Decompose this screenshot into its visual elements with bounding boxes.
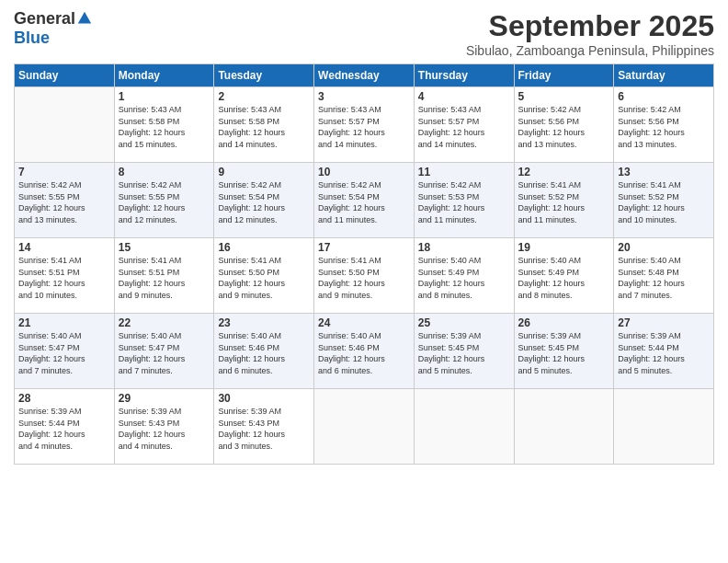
day-info: Sunrise: 5:39 AM Sunset: 5:45 PM Dayligh… — [418, 330, 510, 376]
day-info: Sunrise: 5:39 AM Sunset: 5:44 PM Dayligh… — [18, 406, 110, 452]
day-number: 17 — [318, 241, 410, 254]
table-row: 2Sunrise: 5:43 AM Sunset: 5:58 PM Daylig… — [214, 87, 314, 163]
day-number: 19 — [518, 241, 610, 254]
day-number: 20 — [618, 241, 710, 254]
day-info: Sunrise: 5:42 AM Sunset: 5:55 PM Dayligh… — [18, 179, 110, 225]
day-info: Sunrise: 5:40 AM Sunset: 5:47 PM Dayligh… — [119, 330, 210, 376]
table-row: 20Sunrise: 5:40 AM Sunset: 5:48 PM Dayli… — [614, 238, 714, 314]
day-info: Sunrise: 5:41 AM Sunset: 5:50 PM Dayligh… — [218, 255, 310, 301]
table-row: 7Sunrise: 5:42 AM Sunset: 5:55 PM Daylig… — [15, 163, 115, 238]
day-number: 1 — [119, 90, 210, 103]
day-info: Sunrise: 5:42 AM Sunset: 5:56 PM Dayligh… — [618, 104, 710, 150]
day-number: 16 — [218, 241, 310, 254]
day-number: 25 — [418, 316, 510, 329]
day-info: Sunrise: 5:41 AM Sunset: 5:50 PM Dayligh… — [318, 255, 410, 301]
day-info: Sunrise: 5:40 AM Sunset: 5:49 PM Dayligh… — [418, 255, 510, 301]
day-number: 7 — [18, 166, 110, 178]
day-info: Sunrise: 5:43 AM Sunset: 5:58 PM Dayligh… — [218, 104, 310, 150]
table-row: 16Sunrise: 5:41 AM Sunset: 5:50 PM Dayli… — [214, 238, 314, 314]
day-number: 13 — [618, 166, 710, 178]
table-row — [414, 389, 514, 465]
table-row: 30Sunrise: 5:39 AM Sunset: 5:43 PM Dayli… — [214, 389, 314, 465]
day-number: 27 — [618, 316, 710, 329]
table-row: 10Sunrise: 5:42 AM Sunset: 5:54 PM Dayli… — [314, 163, 415, 238]
table-row: 17Sunrise: 5:41 AM Sunset: 5:50 PM Dayli… — [314, 238, 415, 314]
subtitle: Sibulao, Zamboanga Peninsula, Philippine… — [466, 43, 714, 58]
table-row: 14Sunrise: 5:41 AM Sunset: 5:51 PM Dayli… — [15, 238, 115, 314]
table-row: 29Sunrise: 5:39 AM Sunset: 5:43 PM Dayli… — [114, 389, 214, 465]
day-number: 8 — [119, 166, 210, 178]
header-sunday: Sunday — [15, 64, 115, 87]
day-number: 10 — [318, 166, 410, 178]
table-row — [514, 389, 614, 465]
table-row: 8Sunrise: 5:42 AM Sunset: 5:55 PM Daylig… — [114, 163, 214, 238]
day-number: 5 — [518, 90, 610, 103]
table-row: 5Sunrise: 5:42 AM Sunset: 5:56 PM Daylig… — [514, 87, 614, 163]
calendar-header-row: Sunday Monday Tuesday Wednesday Thursday… — [15, 64, 714, 87]
day-info: Sunrise: 5:43 AM Sunset: 5:57 PM Dayligh… — [418, 104, 510, 150]
day-number: 15 — [119, 241, 210, 254]
day-number: 23 — [218, 316, 310, 329]
table-row: 12Sunrise: 5:41 AM Sunset: 5:52 PM Dayli… — [514, 163, 614, 238]
day-info: Sunrise: 5:40 AM Sunset: 5:49 PM Dayligh… — [518, 255, 610, 301]
day-number: 3 — [318, 90, 410, 103]
header-thursday: Thursday — [414, 64, 514, 87]
header-friday: Friday — [514, 64, 614, 87]
day-info: Sunrise: 5:41 AM Sunset: 5:51 PM Dayligh… — [18, 255, 110, 301]
day-number: 21 — [18, 316, 110, 329]
day-number: 24 — [318, 316, 410, 329]
table-row: 22Sunrise: 5:40 AM Sunset: 5:47 PM Dayli… — [114, 314, 214, 389]
day-number: 18 — [418, 241, 510, 254]
month-title: September 2025 — [466, 9, 714, 43]
table-row: 3Sunrise: 5:43 AM Sunset: 5:57 PM Daylig… — [314, 87, 415, 163]
day-info: Sunrise: 5:40 AM Sunset: 5:48 PM Dayligh… — [618, 255, 710, 301]
table-row: 28Sunrise: 5:39 AM Sunset: 5:44 PM Dayli… — [15, 389, 115, 465]
day-number: 11 — [418, 166, 510, 178]
table-row: 13Sunrise: 5:41 AM Sunset: 5:52 PM Dayli… — [614, 163, 714, 238]
day-number: 9 — [218, 166, 310, 178]
table-row — [614, 389, 714, 465]
day-info: Sunrise: 5:40 AM Sunset: 5:47 PM Dayligh… — [18, 330, 110, 376]
logo-blue-text: Blue — [14, 29, 50, 48]
logo-general-text: General — [14, 9, 75, 29]
day-info: Sunrise: 5:39 AM Sunset: 5:45 PM Dayligh… — [518, 330, 610, 376]
day-info: Sunrise: 5:39 AM Sunset: 5:44 PM Dayligh… — [618, 330, 710, 376]
title-section: September 2025 Sibulao, Zamboanga Penins… — [466, 9, 714, 58]
day-info: Sunrise: 5:41 AM Sunset: 5:52 PM Dayligh… — [518, 179, 610, 225]
table-row: 23Sunrise: 5:40 AM Sunset: 5:46 PM Dayli… — [214, 314, 314, 389]
logo-icon — [76, 10, 93, 27]
table-row: 6Sunrise: 5:42 AM Sunset: 5:56 PM Daylig… — [614, 87, 714, 163]
day-info: Sunrise: 5:42 AM Sunset: 5:54 PM Dayligh… — [218, 179, 310, 225]
day-number: 29 — [119, 392, 210, 405]
table-row — [314, 389, 415, 465]
day-info: Sunrise: 5:40 AM Sunset: 5:46 PM Dayligh… — [218, 330, 310, 376]
table-row: 25Sunrise: 5:39 AM Sunset: 5:45 PM Dayli… — [414, 314, 514, 389]
day-info: Sunrise: 5:39 AM Sunset: 5:43 PM Dayligh… — [218, 406, 310, 452]
day-info: Sunrise: 5:43 AM Sunset: 5:57 PM Dayligh… — [318, 104, 410, 150]
day-number: 26 — [518, 316, 610, 329]
day-info: Sunrise: 5:42 AM Sunset: 5:56 PM Dayligh… — [518, 104, 610, 150]
day-info: Sunrise: 5:42 AM Sunset: 5:54 PM Dayligh… — [318, 179, 410, 225]
table-row: 15Sunrise: 5:41 AM Sunset: 5:51 PM Dayli… — [114, 238, 214, 314]
day-number: 30 — [218, 392, 310, 405]
calendar-table: Sunday Monday Tuesday Wednesday Thursday… — [14, 63, 714, 465]
table-row: 27Sunrise: 5:39 AM Sunset: 5:44 PM Dayli… — [614, 314, 714, 389]
day-number: 28 — [18, 392, 110, 405]
day-number: 4 — [418, 90, 510, 103]
table-row: 1Sunrise: 5:43 AM Sunset: 5:58 PM Daylig… — [114, 87, 214, 163]
header-monday: Monday — [114, 64, 214, 87]
day-number: 6 — [618, 90, 710, 103]
table-row: 4Sunrise: 5:43 AM Sunset: 5:57 PM Daylig… — [414, 87, 514, 163]
table-row: 21Sunrise: 5:40 AM Sunset: 5:47 PM Dayli… — [15, 314, 115, 389]
header-wednesday: Wednesday — [314, 64, 415, 87]
table-row: 11Sunrise: 5:42 AM Sunset: 5:53 PM Dayli… — [414, 163, 514, 238]
day-number: 2 — [218, 90, 310, 103]
day-number: 12 — [518, 166, 610, 178]
day-info: Sunrise: 5:39 AM Sunset: 5:43 PM Dayligh… — [119, 406, 210, 452]
day-number: 22 — [119, 316, 210, 329]
table-row: 26Sunrise: 5:39 AM Sunset: 5:45 PM Dayli… — [514, 314, 614, 389]
logo: General Blue — [14, 9, 93, 48]
table-row: 9Sunrise: 5:42 AM Sunset: 5:54 PM Daylig… — [214, 163, 314, 238]
header: General Blue September 2025 Sibulao, Zam… — [14, 9, 714, 58]
table-row: 18Sunrise: 5:40 AM Sunset: 5:49 PM Dayli… — [414, 238, 514, 314]
